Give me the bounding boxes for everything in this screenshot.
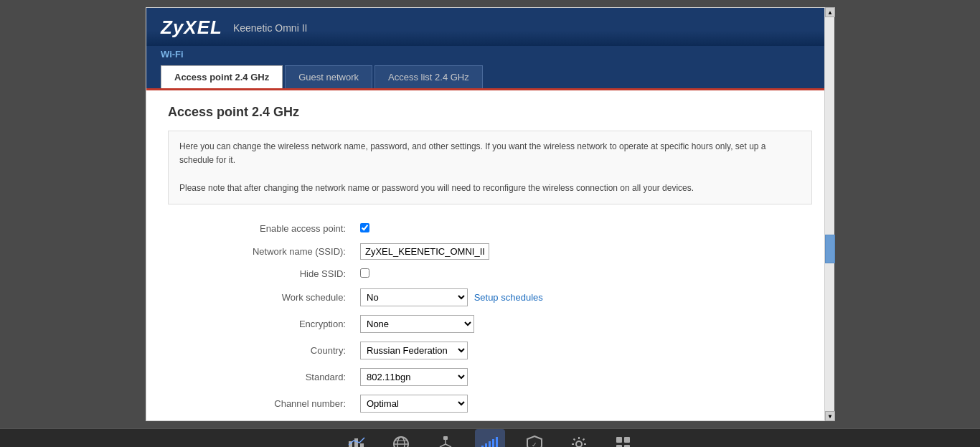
- svg-text:✓: ✓: [532, 441, 537, 447]
- row-ssid: Network name (SSID):: [168, 239, 812, 264]
- svg-line-12: [440, 444, 446, 447]
- channel-number-label: Channel number:: [168, 390, 354, 417]
- taskbar-apps-icon[interactable]: [608, 429, 639, 447]
- row-enable: Enable access point:: [168, 219, 812, 239]
- encryption-label: Encryption:: [168, 311, 354, 337]
- svg-rect-15: [485, 443, 487, 447]
- form-table: Enable access point: Network name (SSID)…: [168, 219, 812, 420]
- ssid-input[interactable]: [360, 243, 489, 260]
- svg-rect-8: [443, 436, 448, 440]
- page-title: Access point 2.4 GHz: [168, 105, 812, 120]
- row-country: Country: Russian Federation United State…: [168, 337, 812, 364]
- svg-rect-22: [624, 437, 630, 443]
- panel-scrollbar[interactable]: ▲ ▼: [824, 7, 834, 421]
- tab-guest-network[interactable]: Guest network: [285, 65, 372, 88]
- tabs-bar: Access point 2.4 GHz Guest network Acces…: [146, 65, 834, 90]
- panel-header: ZyXEL Keenetic Omni II: [146, 8, 834, 46]
- row-encryption: Encryption: None WEP WPA-PSK WPA2-PSK WP…: [168, 311, 812, 337]
- taskbar: ✓: [0, 428, 980, 447]
- panel-subtitle: Wi-Fi: [146, 46, 834, 65]
- svg-rect-17: [492, 439, 494, 447]
- row-hide-ssid: Hide SSID:: [168, 264, 812, 284]
- enable-label: Enable access point:: [168, 219, 354, 239]
- info-line2: Please note that after changing the netw…: [179, 182, 801, 195]
- row-schedule: Work schedule: No Yes Setup schedules: [168, 284, 812, 311]
- standard-label: Standard:: [168, 364, 354, 390]
- enable-checkbox[interactable]: [360, 223, 369, 232]
- channel-number-select[interactable]: Optimal 123 456 789 10111213: [360, 395, 468, 413]
- enable-value: [354, 219, 812, 239]
- encryption-select[interactable]: None WEP WPA-PSK WPA2-PSK WPA-PSK/WPA2-P…: [360, 315, 474, 333]
- encryption-value: None WEP WPA-PSK WPA2-PSK WPA-PSK/WPA2-P…: [354, 311, 812, 337]
- svg-point-4: [397, 437, 405, 447]
- hide-ssid-value: [354, 264, 812, 284]
- logo-product: Keenetic Omni II: [233, 22, 308, 34]
- ssid-label: Network name (SSID):: [168, 239, 354, 264]
- row-channel-number: Channel number: Optimal 123 456 789 1011…: [168, 390, 812, 417]
- taskbar-statistics-icon[interactable]: [341, 429, 372, 447]
- scrollbar-up-button[interactable]: ▲: [825, 7, 835, 17]
- tab-access-list[interactable]: Access list 2.4 GHz: [374, 65, 483, 88]
- standard-select[interactable]: 802.11bgn 802.11b 802.11g 802.11n: [360, 368, 468, 386]
- svg-line-13: [446, 444, 451, 447]
- scrollbar-thumb[interactable]: [825, 235, 835, 263]
- ssid-value: [354, 239, 812, 264]
- svg-rect-1: [354, 438, 358, 447]
- tab-access-point[interactable]: Access point 2.4 GHz: [161, 65, 283, 88]
- svg-point-20: [576, 441, 582, 447]
- svg-rect-16: [489, 441, 491, 447]
- hide-ssid-checkbox[interactable]: [360, 268, 369, 278]
- logo-zyxel: ZyXEL: [161, 17, 222, 39]
- schedule-select[interactable]: No Yes: [360, 288, 468, 306]
- schedule-value: No Yes Setup schedules: [354, 284, 812, 311]
- svg-point-3: [394, 437, 408, 447]
- optimal-channel-value: At start Always Never: [354, 417, 812, 420]
- taskbar-settings-icon[interactable]: [564, 429, 594, 447]
- country-select[interactable]: Russian Federation United States Germany…: [360, 342, 468, 359]
- row-standard: Standard: 802.11bgn 802.11b 802.11g 802.…: [168, 364, 812, 390]
- taskbar-security-icon[interactable]: ✓: [519, 429, 550, 447]
- taskbar-wifi-icon[interactable]: [475, 429, 505, 447]
- taskbar-internet-icon[interactable]: [386, 429, 416, 447]
- scrollbar-down-button[interactable]: ▼: [825, 411, 835, 421]
- setup-schedules-link[interactable]: Setup schedules: [474, 292, 543, 303]
- panel: ZyXEL Keenetic Omni II Wi-Fi Access poin…: [146, 7, 834, 421]
- panel-outer: ZyXEL Keenetic Omni II Wi-Fi Access poin…: [146, 7, 834, 421]
- taskbar-network-icon[interactable]: [430, 429, 461, 447]
- schedule-label: Work schedule:: [168, 284, 354, 311]
- info-box: Here you can change the wireless network…: [168, 131, 812, 204]
- svg-rect-2: [360, 443, 364, 447]
- hide-ssid-label: Hide SSID:: [168, 264, 354, 284]
- row-optimal-channel: Choosing the optimal channel: At start A…: [168, 417, 812, 420]
- channel-number-value: Optimal 123 456 789 10111213: [354, 390, 812, 417]
- country-value: Russian Federation United States Germany…: [354, 337, 812, 364]
- country-label: Country:: [168, 337, 354, 364]
- main-wrapper: ZyXEL Keenetic Omni II Wi-Fi Access poin…: [0, 0, 980, 447]
- standard-value: 802.11bgn 802.11b 802.11g 802.11n: [354, 364, 812, 390]
- svg-rect-18: [496, 437, 498, 447]
- svg-rect-21: [616, 437, 622, 443]
- panel-content: Access point 2.4 GHz Here you can change…: [146, 90, 834, 420]
- info-line1: Here you can change the wireless network…: [179, 140, 801, 167]
- optimal-channel-label: Choosing the optimal channel:: [168, 417, 354, 420]
- content-area: ZyXEL Keenetic Omni II Wi-Fi Access poin…: [0, 0, 980, 428]
